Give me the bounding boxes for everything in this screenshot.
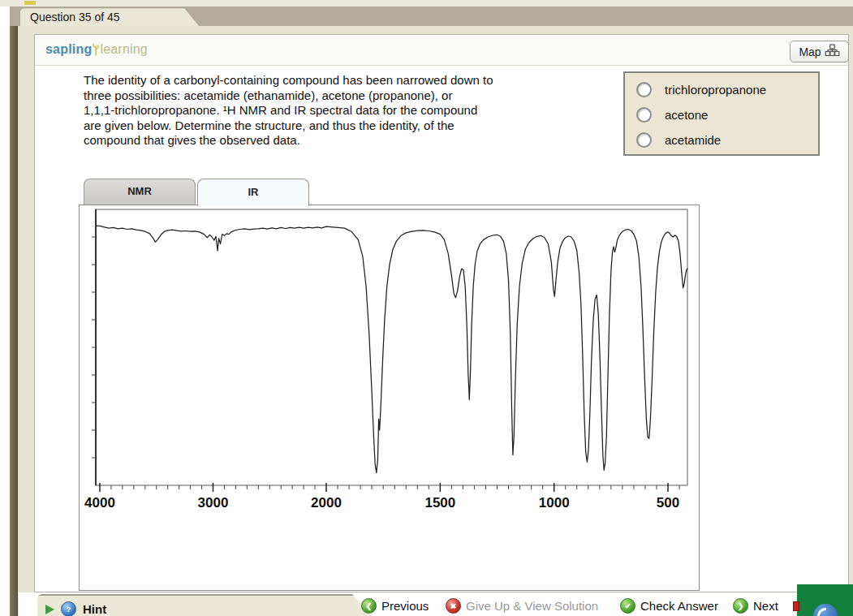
ir-spectrum-chart: 40003000200015001000500 [80, 205, 699, 590]
arrow-left-circle-icon: ❮ [361, 598, 377, 614]
give-up-label: Give Up & View Solution [466, 599, 598, 613]
question-tab[interactable]: Question 35 of 45 [20, 8, 199, 26]
sapling-learning-logo: saplinglearning [45, 42, 148, 57]
choice-label: trichloropropanone [665, 83, 766, 97]
question-tab-label: Question 35 of 45 [20, 8, 199, 26]
tab-ir[interactable]: IR [197, 179, 309, 206]
x-axis-label: 1500 [424, 495, 455, 510]
choice-label: acetamide [665, 133, 721, 147]
arrow-right-circle-icon: ❯ [733, 598, 748, 614]
previous-button[interactable]: ❮ Previous [361, 598, 429, 614]
answer-choices-panel: trichloropropanone acetone acetamide [623, 71, 820, 156]
give-up-view-solution-button[interactable]: ✖ Give Up & View Solution [446, 598, 598, 614]
sapling-tree-icon [92, 43, 100, 56]
hint-label: Hint [83, 602, 106, 616]
expand-arrow-icon[interactable] [45, 605, 54, 614]
left-edge-strip [10, 26, 18, 616]
help-widget-logo-icon [813, 604, 838, 616]
radio-button[interactable] [636, 132, 652, 148]
top-strip [0, 0, 853, 6]
radio-button[interactable] [636, 107, 652, 123]
top-accent-mark [24, 1, 36, 5]
sitemap-icon [825, 44, 840, 59]
check-answer-button[interactable]: ✔ Check Answer [620, 598, 718, 614]
help-widget[interactable] [797, 584, 853, 616]
ir-spectrum-trace [96, 226, 687, 472]
x-axis-label: 4000 [84, 495, 115, 510]
radio-button[interactable] [636, 82, 652, 97]
next-label: Next [753, 599, 778, 613]
spectrum-panel: 40003000200015001000500 [79, 205, 700, 591]
map-button-label: Map [799, 45, 821, 58]
choice-label: acetone [665, 108, 708, 122]
x-axis-label: 500 [657, 495, 679, 510]
x-circle-icon: ✖ [446, 598, 461, 614]
previous-label: Previous [381, 599, 429, 613]
logo-sapling-text: sapling [45, 42, 92, 56]
hint-tab[interactable]: ? Hint [37, 594, 372, 616]
widget-red-marker [793, 601, 799, 611]
logo-learning-text: learning [100, 42, 148, 56]
check-circle-icon: ✔ [620, 598, 635, 614]
x-axis-label: 3000 [198, 495, 229, 510]
app-header [35, 35, 848, 66]
check-answer-label: Check Answer [640, 599, 718, 613]
choice-row-acetone[interactable]: acetone [636, 106, 708, 123]
question-text: The identity of a carbonyl-containing co… [84, 73, 613, 149]
choice-row-trichloropropanone[interactable]: trichloropropanone [636, 80, 766, 98]
map-button[interactable]: Map [790, 41, 849, 62]
next-button[interactable]: ❯ Next [733, 598, 778, 614]
x-axis-label: 1000 [539, 495, 570, 510]
choice-row-acetamide[interactable]: acetamide [636, 131, 721, 149]
x-axis-label: 2000 [311, 495, 342, 510]
hint-question-icon: ? [61, 601, 76, 616]
tab-nmr[interactable]: NMR [84, 179, 196, 205]
plot-border [96, 209, 687, 485]
